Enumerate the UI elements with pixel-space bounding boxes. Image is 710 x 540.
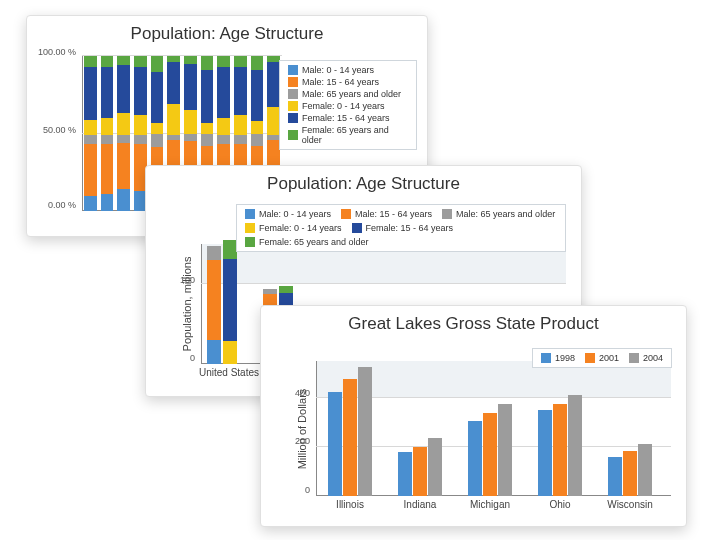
legend-item: Male: 15 - 64 years bbox=[355, 209, 432, 219]
legend-item: Female: 65 years and older bbox=[259, 237, 369, 247]
legend-item: Female: 15 - 64 years bbox=[366, 223, 454, 233]
chart3-plot: 0 200 400 Million of Dollars IllinoisInd… bbox=[316, 361, 671, 496]
chart3-ylabel: Million of Dollars bbox=[296, 388, 308, 469]
legend-item: 2004 bbox=[643, 353, 663, 363]
chart2-ytick-0: 0 bbox=[190, 353, 195, 363]
legend-item: 2001 bbox=[599, 353, 619, 363]
chart1-ytick-1: 50.00 % bbox=[43, 125, 76, 135]
chart1-legend: Male: 0 - 14 years Male: 15 - 64 years M… bbox=[279, 60, 417, 150]
chart1-ytick-2: 100.00 % bbox=[38, 47, 76, 57]
chart2-title: Population: Age Structure bbox=[146, 166, 581, 198]
legend-item: Female: 65 years and older bbox=[302, 125, 408, 145]
legend-item: Male: 15 - 64 years bbox=[302, 77, 379, 87]
chart2-xtick-0: United States bbox=[199, 367, 259, 378]
chart2-ylabel: Population, millions bbox=[181, 257, 193, 352]
legend-item: Female: 0 - 14 years bbox=[259, 223, 342, 233]
chart3-xtick: Wisconsin bbox=[607, 499, 653, 510]
legend-item: Male: 65 years and older bbox=[456, 209, 555, 219]
chart3-xtick: Michigan bbox=[470, 499, 510, 510]
chart3-xtick: Illinois bbox=[336, 499, 364, 510]
legend-item: Female: 0 - 14 years bbox=[302, 101, 385, 111]
legend-item: Male: 65 years and older bbox=[302, 89, 401, 99]
chart2-legend: Male: 0 - 14 years Male: 15 - 64 years M… bbox=[236, 204, 566, 252]
legend-item: Male: 0 - 14 years bbox=[259, 209, 331, 219]
chart-card-3: Great Lakes Gross State Product 0 200 40… bbox=[260, 305, 687, 527]
legend-item: Female: 15 - 64 years bbox=[302, 113, 390, 123]
chart3-xtick: Indiana bbox=[404, 499, 437, 510]
chart3-legend: 1998 2001 2004 bbox=[532, 348, 672, 368]
legend-item: Male: 0 - 14 years bbox=[302, 65, 374, 75]
chart1-ytick-0: 0.00 % bbox=[48, 200, 76, 210]
chart1-title: Population: Age Structure bbox=[27, 16, 427, 48]
chart3-title: Great Lakes Gross State Product bbox=[261, 306, 686, 338]
chart3-xtick: Ohio bbox=[549, 499, 570, 510]
chart3-ytick-0: 0 bbox=[305, 485, 310, 495]
legend-item: 1998 bbox=[555, 353, 575, 363]
